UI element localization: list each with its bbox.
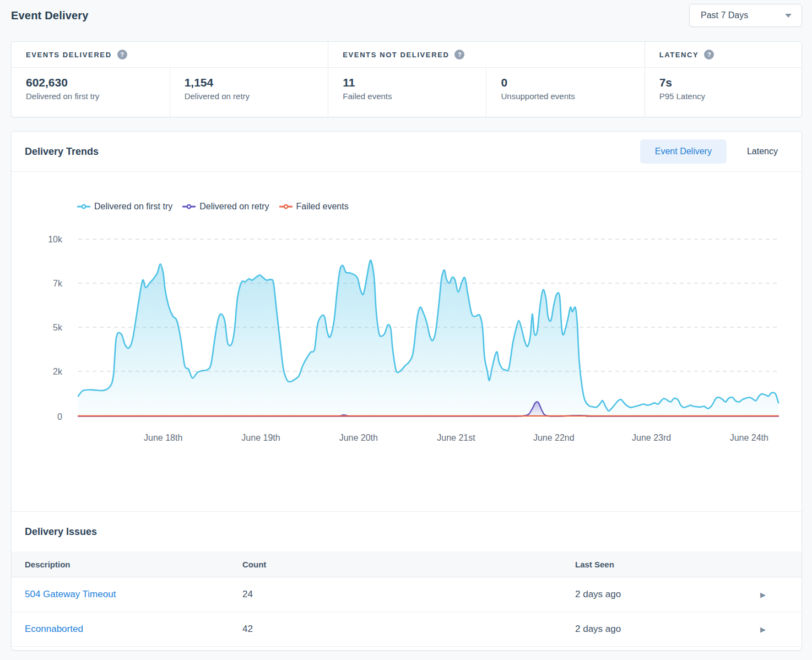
event-delivery-page: Event Delivery Past 7 Days EVENTS DELIVE… [0, 0, 812, 651]
metric-delivered-retry: 1,154 Delivered on retry [170, 68, 328, 117]
svg-text:0: 0 [57, 412, 62, 421]
stats-group-body: 602,630 Delivered on first try 1,154 Del… [12, 68, 328, 117]
table-row-504-gateway-timeout[interactable]: 504 Gateway Timeout 24 2 days ago ▶ [12, 577, 802, 612]
stats-group-events-delivered: EVENTS DELIVERED ? 602,630 Delivered on … [12, 42, 328, 117]
issue-last-seen: 2 days ago [575, 589, 760, 600]
stats-group-header: EVENTS NOT DELIVERED ? [328, 42, 644, 68]
delivery-issues-title: Delivery Issues [25, 526, 97, 538]
metric-p95-latency: 7s P95 Latency [645, 68, 802, 117]
svg-text:7k: 7k [53, 279, 63, 288]
stats-group-body: 7s P95 Latency [645, 68, 802, 117]
stats-group-events-not-delivered: EVENTS NOT DELIVERED ? 11 Failed events … [328, 42, 644, 117]
stats-group-body: 11 Failed events 0 Unsupported events [328, 68, 644, 117]
column-header-count: Count [242, 560, 575, 569]
column-header-description: Description [12, 560, 242, 569]
tab-latency[interactable]: Latency [732, 139, 793, 164]
metric-value: 11 [343, 76, 475, 89]
svg-text:5k: 5k [53, 323, 63, 332]
metric-label: Delivered on first try [26, 91, 159, 101]
area-chart-plot: 02k5k7k10kJune 18thJune 19thJune 20thJun… [12, 214, 802, 451]
metric-delivered-first-try: 602,630 Delivered on first try [12, 68, 170, 117]
chevron-down-icon [785, 14, 792, 18]
metric-value: 0 [501, 76, 633, 89]
legend-label: Delivered on retry [199, 202, 269, 212]
svg-text:10k: 10k [48, 235, 63, 244]
chevron-right-icon[interactable]: ▶ [760, 591, 766, 598]
help-icon[interactable]: ? [117, 50, 127, 59]
metric-label: Delivered on retry [185, 91, 317, 101]
delivery-trends-card: Delivery Trends Event Delivery Latency D… [11, 131, 802, 651]
svg-text:June 21st: June 21st [437, 433, 475, 442]
top-bar: Event Delivery Past 7 Days [11, 0, 802, 41]
legend-item-delivered-retry[interactable]: Delivered on retry [182, 202, 269, 212]
stats-group-label: EVENTS NOT DELIVERED [343, 51, 449, 59]
help-icon[interactable]: ? [704, 50, 714, 59]
svg-text:June 24th: June 24th [730, 433, 768, 442]
table-row-message-rejected[interactable]: Message Rejected 11 an hour ago ▶ [12, 647, 802, 660]
delivery-issues-header: Delivery Issues [12, 511, 802, 551]
time-range-value: Past 7 Days [701, 10, 748, 20]
issue-count: 42 [242, 624, 575, 635]
metric-failed-events: 11 Failed events [328, 68, 486, 117]
trends-tabs: Event Delivery Latency [640, 139, 793, 164]
metric-label: Unsupported events [501, 91, 633, 101]
stats-group-header: LATENCY ? [645, 42, 802, 68]
trends-title: Delivery Trends [25, 146, 99, 158]
chevron-right-icon[interactable]: ▶ [760, 626, 766, 633]
stats-group-label: LATENCY [659, 51, 699, 59]
tab-event-delivery[interactable]: Event Delivery [640, 139, 727, 164]
stats-group-header: EVENTS DELIVERED ? [12, 42, 328, 68]
legend-label: Failed events [296, 202, 349, 212]
metric-value: 1,154 [185, 76, 317, 89]
issue-count: 24 [242, 589, 575, 600]
legend-line-marker-icon [77, 204, 90, 209]
metric-value: 7s [659, 76, 791, 89]
svg-text:June 19th: June 19th [241, 433, 280, 442]
chart-legend: Delivered on first try Delivered on retr… [77, 201, 802, 213]
legend-item-failed-events[interactable]: Failed events [279, 202, 349, 212]
svg-text:June 20th: June 20th [339, 433, 378, 442]
issue-link[interactable]: 504 Gateway Timeout [25, 589, 116, 599]
svg-text:June 22nd: June 22nd [533, 433, 575, 442]
svg-text:June 23rd: June 23rd [632, 433, 671, 442]
page-title: Event Delivery [11, 9, 89, 22]
time-range-dropdown[interactable]: Past 7 Days [689, 4, 802, 27]
table-row-econnaborted[interactable]: Econnaborted 42 2 days ago ▶ [12, 612, 802, 647]
metric-label: Failed events [343, 91, 475, 101]
legend-item-delivered-first-try[interactable]: Delivered on first try [77, 202, 172, 212]
metric-unsupported-events: 0 Unsupported events [486, 68, 644, 117]
metric-label: P95 Latency [659, 91, 791, 101]
issue-link[interactable]: Econnaborted [25, 624, 83, 634]
issues-table-header: Description Count Last Seen [12, 551, 802, 577]
stats-group-latency: LATENCY ? 7s P95 Latency [645, 42, 802, 117]
legend-line-marker-icon [182, 204, 196, 209]
help-icon[interactable]: ? [454, 50, 464, 59]
stats-card: EVENTS DELIVERED ? 602,630 Delivered on … [11, 41, 802, 117]
column-header-last-seen: Last Seen [575, 560, 760, 569]
trends-header: Delivery Trends Event Delivery Latency [12, 132, 802, 172]
stats-group-label: EVENTS DELIVERED [26, 51, 112, 59]
legend-line-marker-icon [279, 204, 293, 209]
metric-value: 602,630 [26, 76, 159, 89]
svg-text:June 18th: June 18th [144, 433, 182, 442]
issue-last-seen: 2 days ago [575, 624, 760, 635]
delivery-trends-chart: Delivered on first try Delivered on retr… [12, 201, 802, 511]
legend-label: Delivered on first try [94, 202, 172, 212]
svg-text:2k: 2k [53, 367, 63, 376]
